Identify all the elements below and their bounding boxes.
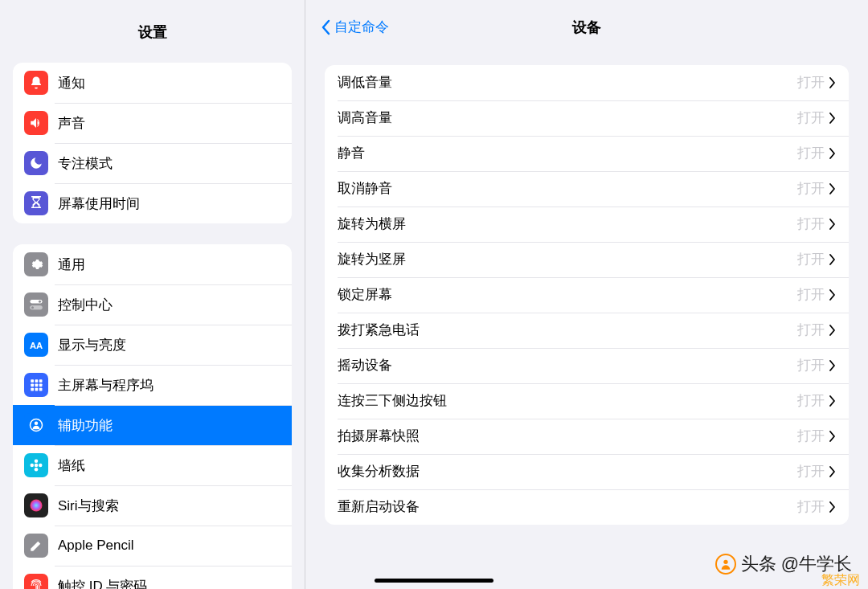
- gear-icon: [24, 252, 48, 276]
- flower-icon: [24, 453, 48, 477]
- action-rotate-landscape[interactable]: 旋转为横屏打开: [325, 207, 849, 242]
- action-label: 收集分析数据: [338, 463, 797, 481]
- chevron-right-icon: [829, 395, 836, 407]
- sidebar-item-general[interactable]: 通用: [13, 244, 292, 284]
- switches-icon: [24, 292, 48, 317]
- sidebar-item-siri[interactable]: Siri与搜索: [13, 485, 292, 526]
- action-screenshot[interactable]: 拍摄屏幕快照打开: [325, 419, 849, 454]
- action-value: 打开: [797, 74, 825, 92]
- action-value: 打开: [797, 180, 825, 198]
- sidebar-item-pencil[interactable]: Apple Pencil: [13, 526, 292, 566]
- siri-icon: [24, 493, 48, 517]
- action-volume-down[interactable]: 调低音量打开: [325, 65, 849, 100]
- action-triple-click[interactable]: 连按三下侧边按钮打开: [325, 383, 849, 419]
- hourglass-icon: [24, 191, 48, 215]
- back-button[interactable]: 自定命令: [320, 18, 389, 36]
- action-value: 打开: [797, 392, 825, 410]
- action-label: 重新启动设备: [338, 498, 797, 516]
- chevron-right-icon: [829, 148, 836, 159]
- chevron-right-icon: [829, 466, 836, 477]
- chevron-right-icon: [829, 183, 836, 194]
- action-volume-up[interactable]: 调高音量打开: [325, 100, 849, 136]
- action-value: 打开: [797, 251, 825, 268]
- action-rotate-portrait[interactable]: 旋转为竖屏打开: [325, 242, 849, 277]
- action-value: 打开: [797, 463, 825, 481]
- sidebar-item-screentime[interactable]: 屏幕使用时间: [13, 183, 292, 223]
- sidebar-item-label: Apple Pencil: [58, 538, 134, 554]
- action-unmute[interactable]: 取消静音打开: [325, 171, 849, 207]
- device-actions-list: 调低音量打开调高音量打开静音打开取消静音打开旋转为横屏打开旋转为竖屏打开锁定屏幕…: [325, 65, 849, 525]
- sidebar-item-label: 触控 ID 与密码: [58, 577, 147, 590]
- action-value: 打开: [797, 498, 825, 516]
- action-analytics[interactable]: 收集分析数据打开: [325, 454, 849, 489]
- sidebar-title: 设置: [0, 0, 305, 53]
- action-mute[interactable]: 静音打开: [325, 136, 849, 171]
- action-label: 摇动设备: [338, 357, 797, 374]
- sidebar-item-touchid[interactable]: 触控 ID 与密码: [13, 566, 292, 589]
- action-label: 连按三下侧边按钮: [338, 392, 797, 410]
- chevron-right-icon: [829, 254, 836, 265]
- detail-pane: 自定命令 设备 调低音量打开调高音量打开静音打开取消静音打开旋转为横屏打开旋转为…: [305, 0, 868, 589]
- sidebar-item-sounds[interactable]: 声音: [13, 103, 292, 143]
- settings-sidebar: 设置 通知声音专注模式屏幕使用时间通用控制中心显示与亮度主屏幕与程序坞辅助功能墙…: [0, 0, 305, 589]
- sidebar-item-label: 通知: [58, 74, 85, 92]
- chevron-right-icon: [829, 360, 836, 371]
- sidebar-item-notifications[interactable]: 通知: [13, 63, 292, 103]
- action-label: 调高音量: [338, 109, 797, 127]
- speaker-icon: [24, 111, 48, 135]
- action-label: 锁定屏幕: [338, 286, 797, 304]
- action-value: 打开: [797, 321, 825, 339]
- chevron-right-icon: [829, 431, 836, 442]
- action-restart[interactable]: 重新启动设备打开: [325, 489, 849, 525]
- sidebar-item-controlcenter[interactable]: 控制中心: [13, 284, 292, 325]
- sidebar-item-label: 声音: [58, 114, 85, 133]
- head-icon: [715, 554, 736, 575]
- sidebar-item-label: 屏幕使用时间: [58, 194, 140, 213]
- sidebar-item-label: 通用: [58, 256, 85, 274]
- moon-icon: [24, 151, 48, 175]
- person-icon: [24, 413, 48, 437]
- chevron-right-icon: [829, 325, 836, 336]
- chevron-right-icon: [829, 501, 836, 513]
- pencil-icon: [24, 534, 48, 558]
- action-label: 取消静音: [338, 180, 797, 198]
- chevron-right-icon: [829, 289, 836, 301]
- sidebar-item-accessibility[interactable]: 辅助功能: [13, 405, 292, 445]
- chevron-right-icon: [829, 112, 836, 124]
- action-value: 打开: [797, 215, 825, 233]
- sidebar-item-homescreen[interactable]: 主屏幕与程序坞: [13, 365, 292, 405]
- watermark-site: 繁荣网: [821, 572, 860, 589]
- action-value: 打开: [797, 427, 825, 445]
- page-title: 设备: [572, 18, 601, 37]
- home-indicator[interactable]: [375, 579, 493, 583]
- fingerprint-icon: [24, 574, 48, 589]
- sidebar-item-label: 辅助功能: [58, 416, 113, 435]
- action-label: 静音: [338, 145, 797, 162]
- sidebar-item-label: 专注模式: [58, 154, 113, 173]
- action-value: 打开: [797, 145, 825, 162]
- action-label: 旋转为竖屏: [338, 251, 797, 268]
- sidebar-item-label: 墙纸: [58, 456, 85, 475]
- sidebar-item-wallpaper[interactable]: 墙纸: [13, 445, 292, 485]
- sidebar-item-label: Siri与搜索: [58, 497, 119, 515]
- action-label: 拨打紧急电话: [338, 321, 797, 339]
- sidebar-item-focus[interactable]: 专注模式: [13, 143, 292, 183]
- action-value: 打开: [797, 109, 825, 127]
- chevron-right-icon: [829, 77, 836, 88]
- bell-icon: [24, 71, 48, 95]
- navbar: 自定命令 设备: [305, 0, 868, 46]
- back-label: 自定命令: [334, 18, 389, 36]
- action-emergency-call[interactable]: 拨打紧急电话打开: [325, 313, 849, 348]
- action-label: 拍摄屏幕快照: [338, 427, 797, 445]
- chevron-left-icon: [320, 19, 331, 35]
- sidebar-item-label: 主屏幕与程序坞: [58, 376, 154, 395]
- chevron-right-icon: [829, 219, 836, 230]
- action-value: 打开: [797, 286, 825, 304]
- grid-icon: [24, 373, 48, 397]
- action-value: 打开: [797, 357, 825, 374]
- action-lock-screen[interactable]: 锁定屏幕打开: [325, 277, 849, 313]
- action-label: 调低音量: [338, 74, 797, 92]
- action-shake[interactable]: 摇动设备打开: [325, 348, 849, 383]
- sidebar-item-display[interactable]: 显示与亮度: [13, 325, 292, 365]
- sidebar-item-label: 显示与亮度: [58, 336, 126, 354]
